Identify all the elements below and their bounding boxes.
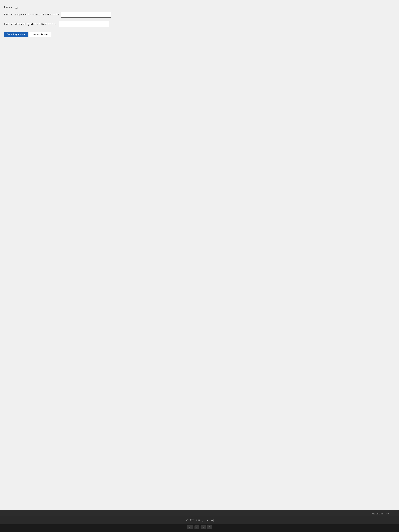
macbook-label: MacBook Pro bbox=[10, 512, 389, 515]
svg-rect-1 bbox=[192, 519, 194, 521]
svg-rect-0 bbox=[190, 519, 192, 521]
jump-to-answer-button[interactable]: Jump to Answer bbox=[29, 32, 51, 37]
svg-rect-8 bbox=[199, 520, 200, 520]
keyboard-bottom-row[interactable]: F1 $ % ^ bbox=[0, 524, 399, 532]
buttons-row: Submit Question Jump to Answer bbox=[4, 32, 395, 37]
part1-text: Find the change in y, Δy when x = 3 and … bbox=[4, 13, 59, 16]
dim-brightness-icon: ·̣· bbox=[203, 519, 204, 522]
key-percent[interactable]: % bbox=[201, 525, 206, 529]
submit-button[interactable]: Submit Question bbox=[4, 32, 28, 37]
key-f1[interactable]: F1 bbox=[187, 525, 193, 529]
svg-rect-6 bbox=[196, 520, 197, 520]
grid-icon bbox=[196, 519, 200, 522]
sqrt-expression: √x bbox=[14, 6, 18, 9]
brightness-icon: ✳ bbox=[185, 519, 188, 522]
main-content: Let y = 4√x. Find the change in y, Δy wh… bbox=[0, 0, 399, 510]
part1-row: Find the change in y, Δy when x = 3 and … bbox=[4, 12, 395, 18]
svg-rect-4 bbox=[198, 519, 199, 519]
back-icon: ◀ bbox=[211, 519, 214, 522]
part2-text: Find the differential dy when x = 3 and … bbox=[4, 22, 57, 26]
delta-y-input[interactable] bbox=[61, 12, 111, 18]
keyboard-function-row: ✳ ·̣· ✦ ◀ bbox=[0, 516, 399, 524]
svg-rect-9 bbox=[196, 521, 197, 521]
svg-rect-11 bbox=[199, 521, 200, 521]
dy-input[interactable] bbox=[59, 21, 109, 27]
svg-rect-7 bbox=[198, 520, 199, 520]
part2-row: Find the differential dy when x = 3 and … bbox=[4, 21, 395, 27]
bright-icon: ✦ bbox=[207, 519, 209, 522]
key-dollar[interactable]: $ bbox=[195, 525, 199, 529]
laptop-bottom: MacBook Pro ✳ ·̣· ✦ bbox=[0, 510, 399, 532]
svg-rect-10 bbox=[198, 521, 199, 521]
svg-rect-3 bbox=[196, 519, 197, 519]
mission-control-icon bbox=[190, 519, 194, 522]
svg-rect-2 bbox=[191, 519, 193, 519]
svg-rect-5 bbox=[199, 519, 200, 519]
key-caret[interactable]: ^ bbox=[207, 525, 212, 529]
y-var: y bbox=[9, 6, 10, 9]
empty-space bbox=[4, 37, 395, 502]
definition-line: Let y = 4√x. bbox=[4, 5, 395, 9]
